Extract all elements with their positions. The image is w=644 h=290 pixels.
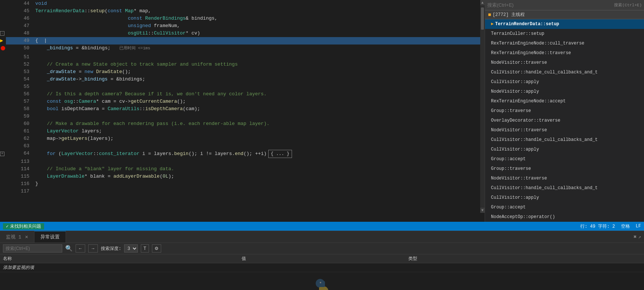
line-number-52: 52 — [6, 61, 34, 68]
code-line-58: 58 bool isDepthCamera = CameraUtils::isD… — [0, 105, 485, 113]
breakpoint-50[interactable] — [1, 46, 5, 50]
stack-item-17[interactable]: CullVisitor::handle_cull_callbacks_and_t — [485, 183, 644, 193]
stack-item-15[interactable]: Group::traverse — [485, 164, 644, 174]
line-code-53: _drawState = new DrawState(); — [34, 68, 485, 76]
stack-item-13[interactable]: CullVisitor::apply — [485, 145, 644, 154]
line-code-49: { | — [34, 37, 485, 45]
thread-bar: ■ [2772] 主线程 — [485, 10, 644, 19]
editor-scrollbar[interactable]: ▲ ▼ — [480, 0, 485, 213]
search-icon[interactable]: 🔍 — [65, 245, 73, 252]
watch-search-input[interactable] — [3, 244, 62, 253]
stack-item-9[interactable]: Group::traverse — [485, 106, 644, 116]
add-item-label: 添加要监视的项 — [3, 265, 34, 270]
no-problems-indicator[interactable]: ✓ 未找到相关问题 — [3, 223, 44, 230]
code-line-59: 59 — [0, 113, 485, 120]
breakpoint-col-62 — [0, 135, 6, 142]
line-ending-indicator: LF — [636, 224, 641, 229]
next-button[interactable]: → — [88, 244, 98, 253]
settings-button[interactable]: ⚙ — [152, 244, 161, 253]
code-scroll[interactable]: 44 void 45 TerrainRenderData::setup(cons… — [0, 0, 485, 222]
line-number-53: 53 — [6, 68, 34, 76]
stack-item-1[interactable]: TerrainCuller::setup — [485, 29, 644, 39]
current-line-indicator: ► — [0, 38, 3, 44]
code-line-45: 45 TerrainRenderData::setup(const Map* m… — [0, 7, 485, 15]
code-line-50: 50 _bindings = &bindings; 已用时间 <=1ms — [0, 45, 485, 53]
stack-item-2[interactable]: RexTerrainEngineNode::cull_traverse — [485, 39, 644, 48]
tab-exception-settings[interactable]: 异常设置 — [34, 231, 66, 243]
stack-item-8[interactable]: RexTerrainEngineNode::accept — [485, 96, 644, 106]
line-code-113 — [34, 158, 485, 165]
row-col-indicator: 行: 49 字符: 2 — [580, 223, 615, 230]
ellipsis-button-64[interactable]: { ... } — [268, 150, 292, 158]
call-stack-list[interactable]: ►TerrainRenderData::setup TerrainCuller:… — [485, 19, 644, 222]
stack-item-6[interactable]: CullVisitor::apply — [485, 77, 644, 87]
line-code-45: TerrainRenderData::setup(const Map* map, — [34, 7, 485, 15]
stack-item-10[interactable]: OverlayDecorator::traverse — [485, 116, 644, 125]
stack-item-7[interactable]: NodeVisitor::apply — [485, 87, 644, 96]
status-bar: ✓ 未找到相关问题 行: 49 字符: 2 空格 LF — [0, 222, 644, 231]
stack-item-18[interactable]: CullVisitor::apply — [485, 193, 644, 202]
no-problems-text: 未找到相关问题 — [10, 223, 41, 230]
bottom-tabs: 监视 1 ​✕ 异常设置 ​✖ ↗ — [0, 231, 644, 243]
stack-item-5[interactable]: CullVisitor::handle_cull_callbacks_and_t — [485, 67, 644, 77]
watch1-label: 监视 1 — [6, 234, 21, 240]
breakpoint-col-57 — [0, 98, 6, 105]
line-code-58: bool isDepthCamera = CameraUtils::isDept… — [34, 105, 485, 113]
scrollbar-thumb[interactable] — [481, 7, 484, 30]
line-code-50: _bindings = &bindings; 已用时间 <=1ms — [34, 45, 485, 53]
watch1-close[interactable]: ​✕ — [25, 234, 28, 240]
code-line-64: + 64 for (LayerVector::const_iterator i … — [0, 150, 485, 158]
prev-button[interactable]: ← — [76, 244, 85, 253]
code-line-54: 54 _drawState->_bindings = &bindings; — [0, 76, 485, 83]
line-number-114: 114 — [6, 165, 34, 173]
tab-watch1[interactable]: 监视 1 ​✕ — [0, 231, 34, 243]
code-line-63: 63 — [0, 142, 485, 150]
check-icon: ✓ — [6, 224, 9, 229]
line-number-61: 61 — [6, 128, 34, 135]
line-number-113: 113 — [6, 158, 34, 165]
fold-button-64[interactable]: + — [0, 152, 4, 156]
line-number-56: 56 — [6, 90, 34, 98]
line-number-63: 63 — [6, 142, 34, 150]
breakpoint-col-44 — [0, 0, 6, 7]
line-number-49: 49 — [6, 37, 34, 45]
line-number-46: 46 — [6, 15, 34, 22]
stack-item-3[interactable]: RexTerrainEngineNode::traverse — [485, 48, 644, 58]
stack-item-20[interactable]: NodeAcceptOp::operator() — [485, 212, 644, 222]
code-line-62: 62 map->getLayers(layers); — [0, 135, 485, 142]
stack-item-12[interactable]: CullVisitor::handle_cull_callbacks_and_t — [485, 135, 644, 145]
line-number-60: 60 — [6, 120, 34, 128]
status-bar-right: 行: 49 字符: 2 空格 LF — [580, 223, 641, 230]
line-code-56: // Is this a depth camera? Because if it… — [34, 90, 485, 98]
timing-badge-50: 已用时间 <=1ms — [119, 45, 150, 52]
breakpoint-col-59 — [0, 113, 6, 120]
stack-item-16[interactable]: NodeVisitor::traverse — [485, 174, 644, 183]
breakpoint-col-53 — [0, 68, 6, 76]
scroll-down-icon[interactable]: ▼ — [481, 208, 484, 212]
exception-settings-label: 异常设置 — [40, 234, 60, 240]
code-line-60: 60 // Make a drawable for each rendering… — [0, 120, 485, 128]
bottom-panel: 监视 1 ​✕ 异常设置 ​✖ ↗ 🔍 ← → 搜索深度: 3 1 2 4 5 … — [0, 231, 644, 290]
stack-item-19[interactable]: Group::accept — [485, 202, 644, 212]
code-line-47: 47 unsigned frameNum, — [0, 22, 485, 30]
stack-item-0[interactable]: ►TerrainRenderData::setup — [485, 19, 644, 29]
indent-indicator: 空格 — [621, 223, 630, 230]
line-code-44: void — [34, 0, 485, 7]
panel-close-button[interactable]: ​✖ — [634, 234, 637, 240]
add-watch-item-row[interactable]: 添加要监视的项 — [0, 263, 644, 272]
line-number-55: 55 — [6, 83, 34, 90]
stack-item-14[interactable]: Group::accept — [485, 154, 644, 164]
breakpoint-col-54 — [0, 76, 6, 83]
col-name: 名称 — [0, 254, 239, 263]
stack-item-4[interactable]: NodeVisitor::traverse — [485, 58, 644, 67]
call-stack-search-input[interactable] — [487, 2, 614, 8]
fold-button-48[interactable]: - — [0, 31, 4, 36]
code-line-116: 116 } — [0, 180, 485, 188]
filter-button[interactable]: T — [141, 244, 149, 253]
scroll-up-icon[interactable]: ▲ — [481, 1, 484, 5]
stack-item-11[interactable]: NodeVisitor::traverse — [485, 125, 644, 135]
col-value: 值 — [239, 254, 406, 263]
panel-maximize-button[interactable]: ↗ — [638, 234, 641, 240]
depth-select[interactable]: 3 1 2 4 5 — [124, 244, 138, 253]
line-code-63 — [34, 142, 485, 150]
